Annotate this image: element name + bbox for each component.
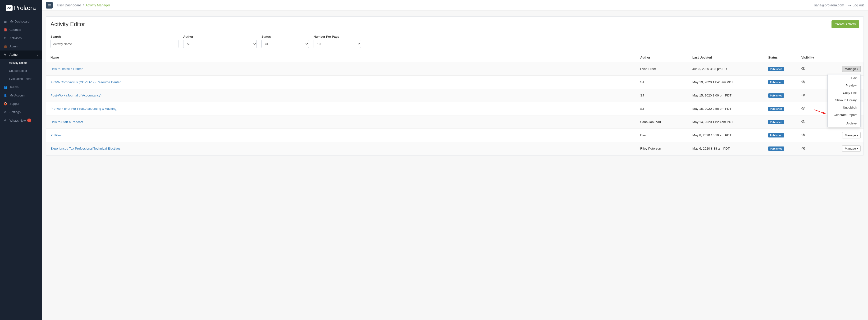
eye-icon[interactable] xyxy=(801,134,805,137)
calendar-icon: 🗓 xyxy=(3,36,7,40)
sidebar-item-label: Courses xyxy=(9,28,21,32)
sidebar-item-label: Admin xyxy=(9,44,18,48)
eye-icon[interactable] xyxy=(801,120,805,124)
eye-slash-icon[interactable] xyxy=(801,81,805,85)
sidebar-item-my-account[interactable]: 👤My Account xyxy=(0,91,42,100)
sidebar-subitem-course-editor[interactable]: Course Editor xyxy=(0,67,42,75)
table-row: How to Start a PodcastSana JaouhariMay 1… xyxy=(46,116,864,129)
status-filter-select[interactable]: All xyxy=(261,40,309,48)
status-badge: Published xyxy=(768,120,784,124)
activity-author: Evan Hiner xyxy=(636,62,688,75)
manage-button[interactable]: Manage▾ xyxy=(842,132,861,138)
activity-name-link[interactable]: AICPA Coronavirus (COVID-19) Resource Ce… xyxy=(51,81,121,84)
grid-icon: ▦ xyxy=(3,20,7,23)
col-updated[interactable]: Last Updated xyxy=(688,53,764,62)
activity-author: Sana Jaouhari xyxy=(636,116,688,129)
table-row: AICPA Coronavirus (COVID-19) Resource Ce… xyxy=(46,75,864,89)
menu-toggle-button[interactable] xyxy=(46,2,53,8)
activity-name-link[interactable]: Pre-work (Not-For-Profit Accounting & Au… xyxy=(51,107,118,110)
manage-menu-copy-link[interactable]: Copy Link xyxy=(828,89,860,96)
manage-menu-generate-report[interactable]: Generate Report xyxy=(828,111,860,119)
users-icon: 👥 xyxy=(3,86,7,89)
table-row: Pre-work (Not-For-Profit Accounting & Au… xyxy=(46,102,864,116)
create-activity-button[interactable]: Create Activity xyxy=(832,21,859,28)
col-visibility[interactable]: Visibility xyxy=(797,53,835,62)
eye-slash-icon[interactable] xyxy=(801,147,805,151)
sidebar-item-label: Settings xyxy=(9,110,21,114)
eye-icon[interactable] xyxy=(801,107,805,111)
manage-menu-archive[interactable]: Archive xyxy=(828,120,860,127)
briefcase-icon: 💼 xyxy=(3,45,7,48)
breadcrumb-current: Activity Manager xyxy=(86,3,110,7)
perpage-label: Number Per Page xyxy=(314,35,361,38)
col-status[interactable]: Status xyxy=(764,53,797,62)
activity-updated: May 19, 2020 11:41 am PDT xyxy=(688,75,764,89)
manage-button[interactable]: Manage▾ xyxy=(842,66,861,72)
svg-point-8 xyxy=(803,134,804,135)
logout-button[interactable]: ↦ Log out xyxy=(848,3,864,7)
svg-point-6 xyxy=(803,108,804,109)
manage-menu-preview[interactable]: Preview xyxy=(828,82,860,89)
activities-table: Name Author Last Updated Status Visibili… xyxy=(46,53,864,155)
sidebar-item-admin[interactable]: 💼Admin‹ xyxy=(0,42,42,51)
sidebar-item-activities[interactable]: 🗓Activities xyxy=(0,34,42,42)
manage-menu-unpublish[interactable]: Unpublish xyxy=(828,104,860,111)
sidebar-item-author[interactable]: ✎Author⌄ xyxy=(0,51,42,59)
sidebar-subitem-evaluation-editor[interactable]: Evaluation Editor xyxy=(0,75,42,83)
activity-name-link[interactable]: How to Start a Podcast xyxy=(51,120,83,124)
activity-name-link[interactable]: PLIPlus xyxy=(51,133,62,137)
sidebar-item-what-s-new[interactable]: 🗞What's New1 xyxy=(0,116,42,125)
activity-editor-panel: Activity Editor Create Activity Search A… xyxy=(46,17,864,156)
col-name[interactable]: Name xyxy=(46,53,636,62)
table-row: How to Install a PrinterEvan HinerJun 3,… xyxy=(46,62,864,75)
book-icon: 📕 xyxy=(3,28,7,32)
manage-button[interactable]: Manage▾ xyxy=(842,145,861,152)
activity-name-link[interactable]: Experienced Tax Professional Technical E… xyxy=(51,147,120,150)
svg-point-7 xyxy=(803,121,804,122)
perpage-select[interactable]: 10 xyxy=(314,40,361,48)
activity-updated: Jun 3, 2020 3:03 pm PDT xyxy=(688,62,764,75)
breadcrumb-root[interactable]: User Dashboard xyxy=(57,3,81,7)
activity-name-link[interactable]: How to Install a Printer xyxy=(51,67,83,71)
status-badge: Published xyxy=(768,133,784,137)
status-filter-label: Status xyxy=(261,35,309,38)
logout-label: Log out xyxy=(852,3,864,7)
activity-name-link[interactable]: Post-Work (Journal of Accountancy) xyxy=(51,94,101,97)
logo-badge: ce xyxy=(6,5,12,11)
page-title: Activity Editor xyxy=(51,21,85,28)
logo[interactable]: ce Prolæra xyxy=(0,0,42,17)
edit-icon: ✎ xyxy=(3,53,7,56)
sidebar-subitem-activity-editor[interactable]: Activity Editor xyxy=(0,59,42,67)
sidebar-item-teams[interactable]: 👥Teams xyxy=(0,83,42,91)
eye-slash-icon[interactable] xyxy=(801,67,805,71)
manage-menu-show-in-library[interactable]: Show In Library xyxy=(828,96,860,104)
author-filter-label: Author xyxy=(183,35,257,38)
user-icon: 👤 xyxy=(3,94,7,97)
activity-author: SJ xyxy=(636,89,688,102)
user-email-link[interactable]: sana@prolaera.com xyxy=(814,3,844,7)
manage-menu-edit[interactable]: Edit xyxy=(828,74,860,82)
lifebuoy-icon: 🛟 xyxy=(3,102,7,105)
sidebar-item-settings[interactable]: ⚙Settings xyxy=(0,108,42,116)
sidebar-item-support[interactable]: 🛟Support xyxy=(0,100,42,108)
chevron-left-icon: ‹ xyxy=(38,20,38,23)
sidebar-item-label: What's New xyxy=(9,119,26,122)
sidebar-item-courses[interactable]: 📕Courses‹ xyxy=(0,26,42,34)
author-filter-select[interactable]: All xyxy=(183,40,257,48)
activity-updated: May 6, 2020 8:38 am PDT xyxy=(688,142,764,155)
sidebar-item-my-dashboard[interactable]: ▦My Dashboard‹ xyxy=(0,17,42,26)
filter-bar: Search Author All Status All xyxy=(46,32,864,53)
search-label: Search xyxy=(51,35,179,38)
activity-author: SJ xyxy=(636,75,688,89)
col-author[interactable]: Author xyxy=(636,53,688,62)
activity-author: Riley Petersen xyxy=(636,142,688,155)
status-badge: Published xyxy=(768,67,784,71)
caret-down-icon: ▾ xyxy=(857,148,858,150)
col-manage xyxy=(835,53,864,62)
eye-icon[interactable] xyxy=(801,94,805,98)
sidebar-item-label: Author xyxy=(9,53,19,56)
search-input[interactable] xyxy=(51,40,179,48)
activity-updated: May 15, 2020 3:00 pm PDT xyxy=(688,89,764,102)
chevron-left-icon: ‹ xyxy=(38,28,38,31)
gear-icon: ⚙ xyxy=(3,110,7,114)
